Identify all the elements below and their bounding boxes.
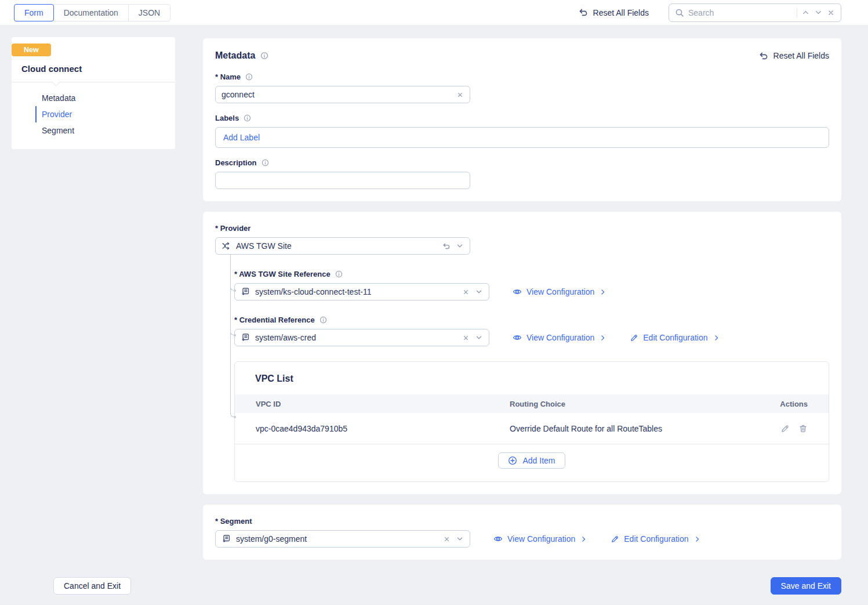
- tree-connector: [230, 255, 234, 335]
- info-icon[interactable]: [244, 114, 251, 122]
- sidebar-divider: [12, 82, 175, 82]
- name-input[interactable]: [221, 90, 452, 99]
- undo-icon[interactable]: [442, 242, 451, 251]
- tab-form[interactable]: Form: [14, 4, 54, 21]
- undo-icon: [578, 8, 588, 17]
- provider-select[interactable]: AWS TGW Site: [215, 237, 470, 255]
- clear-name-icon[interactable]: [456, 91, 464, 99]
- labels-box[interactable]: Add Label: [215, 127, 829, 148]
- cred-ref-select[interactable]: system/aws-cred: [234, 329, 489, 346]
- vpc-list-panel: VPC List VPC ID Routing Choice Actions v…: [234, 361, 829, 482]
- cred-edit-configuration-link[interactable]: Edit Configuration: [630, 333, 720, 342]
- card-reset-all-fields-button[interactable]: Reset All Fields: [758, 51, 829, 61]
- provider-value: AWS TGW Site: [236, 241, 437, 251]
- table-row: vpc-0cae4d943da7910b5 Override Default R…: [235, 413, 829, 444]
- chevron-down-icon[interactable]: [475, 288, 483, 296]
- segment-value: system/g0-segment: [236, 534, 438, 544]
- tgw-ref-select[interactable]: system/ks-cloud-connect-test-11: [234, 283, 489, 300]
- chevron-right-icon: [693, 535, 701, 543]
- view-tabs: Form Documentation JSON: [14, 4, 170, 21]
- topbar: Form Documentation JSON Reset All Fields: [0, 0, 868, 26]
- vpc-table-header: VPC ID Routing Choice Actions: [235, 394, 829, 413]
- segment-card: * Segment system/g0-segment: [203, 505, 841, 560]
- eye-icon: [513, 333, 522, 342]
- chevron-down-icon[interactable]: [814, 8, 823, 17]
- name-label: * Name: [215, 73, 241, 81]
- name-field-wrap: [215, 86, 470, 103]
- search-icon: [675, 8, 684, 17]
- tab-documentation[interactable]: Documentation: [53, 4, 129, 21]
- tgw-ref-value: system/ks-cloud-connect-test-11: [255, 287, 457, 296]
- segment-view-configuration-link[interactable]: View Configuration: [493, 534, 587, 544]
- tgw-view-configuration-link[interactable]: View Configuration: [513, 287, 606, 296]
- info-icon[interactable]: [335, 270, 343, 278]
- description-input[interactable]: [221, 176, 464, 185]
- topbar-right: Reset All Fields: [578, 3, 841, 22]
- eye-icon: [493, 534, 503, 544]
- tree-connector: [230, 255, 234, 291]
- tree-connector: [230, 255, 234, 417]
- metadata-card: Metadata Reset All Fields * Name: [203, 38, 841, 201]
- provider-card: * Provider AWS TGW Site * AWS TGW Site R…: [203, 212, 841, 494]
- footer: Cancel and Exit Save and Exit: [53, 577, 841, 595]
- chevron-down-icon[interactable]: [456, 242, 464, 250]
- reset-all-fields-button[interactable]: Reset All Fields: [578, 8, 649, 17]
- close-icon[interactable]: [462, 334, 470, 342]
- routing-choice-cell: Override Default Route for all RouteTabl…: [510, 424, 772, 433]
- chevron-right-icon: [599, 288, 606, 296]
- tab-json[interactable]: JSON: [128, 4, 170, 21]
- search-divider: [797, 8, 797, 17]
- add-label-button[interactable]: Add Label: [223, 133, 260, 142]
- description-field-wrap: [215, 172, 470, 189]
- metadata-card-title: Metadata: [215, 50, 255, 61]
- sidebar: New Cloud connect Metadata Provider Segm…: [12, 37, 175, 149]
- sidebar-title: Cloud connect: [12, 56, 175, 82]
- close-icon[interactable]: [443, 535, 451, 543]
- search-input[interactable]: [688, 8, 793, 17]
- description-label: Description: [215, 158, 257, 167]
- main-content: Metadata Reset All Fields * Name: [203, 38, 841, 560]
- segment-edit-configuration-link[interactable]: Edit Configuration: [611, 534, 700, 544]
- provider-label: * Provider: [215, 224, 250, 233]
- labels-label: Labels: [215, 114, 239, 122]
- new-badge: New: [12, 44, 51, 56]
- trash-icon: [798, 424, 808, 433]
- close-icon[interactable]: [827, 9, 835, 17]
- reference-icon: [241, 287, 250, 296]
- info-icon[interactable]: [260, 52, 268, 60]
- cred-view-configuration-link[interactable]: View Configuration: [513, 333, 606, 342]
- chevron-right-icon: [713, 334, 720, 342]
- info-icon[interactable]: [262, 159, 269, 166]
- chevron-up-icon[interactable]: [801, 8, 810, 17]
- card-reset-all-fields-label: Reset All Fields: [773, 51, 829, 60]
- sidebar-item-provider[interactable]: Provider: [35, 106, 175, 122]
- pencil-icon: [630, 334, 638, 342]
- sidebar-item-segment[interactable]: Segment: [35, 122, 175, 139]
- provider-children: * AWS TGW Site Reference system/ks-cloud…: [234, 270, 829, 482]
- undo-icon: [758, 51, 768, 61]
- chevron-down-icon[interactable]: [475, 334, 483, 342]
- cred-ref-value: system/aws-cred: [255, 333, 457, 342]
- delete-row-button[interactable]: [798, 424, 808, 433]
- chevron-right-icon: [580, 535, 587, 543]
- cred-ref-label: * Credential Reference: [234, 316, 315, 324]
- cancel-and-exit-button[interactable]: Cancel and Exit: [53, 577, 131, 595]
- vpc-list-title: VPC List: [235, 362, 829, 394]
- info-icon[interactable]: [245, 73, 253, 81]
- chevron-right-icon: [599, 334, 606, 342]
- branch-icon: [221, 241, 231, 251]
- reset-all-fields-label: Reset All Fields: [593, 8, 649, 17]
- sidebar-item-metadata[interactable]: Metadata: [35, 90, 175, 106]
- search-box: [669, 3, 841, 22]
- reference-icon: [241, 333, 250, 342]
- edit-row-button[interactable]: [780, 424, 790, 433]
- reference-icon: [221, 534, 231, 544]
- chevron-down-icon[interactable]: [456, 535, 464, 543]
- segment-select[interactable]: system/g0-segment: [215, 530, 470, 548]
- info-icon[interactable]: [319, 316, 327, 324]
- add-item-button[interactable]: Add Item: [498, 452, 565, 469]
- save-and-exit-button[interactable]: Save and Exit: [771, 577, 841, 595]
- col-vpc-id: VPC ID: [256, 400, 510, 408]
- close-icon[interactable]: [462, 288, 470, 296]
- segment-label: * Segment: [215, 517, 252, 526]
